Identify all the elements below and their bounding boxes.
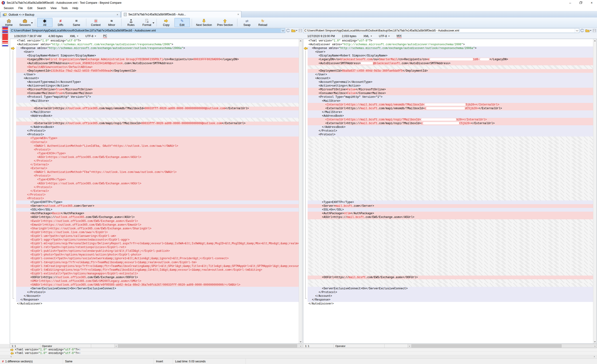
code-line[interactable]: <EcpUrl-extinstall>?path=/options/manage… bbox=[16, 272, 299, 276]
code-line[interactable]: <EmwsUrl>https://outlook.office365.com/E… bbox=[16, 223, 299, 227]
right-format-select[interactable]: XML bbox=[363, 34, 372, 38]
left-reload-file-icon[interactable] bbox=[286, 29, 290, 32]
rules-button[interactable]: Rules bbox=[123, 18, 139, 27]
code-line[interactable]: </Protocol> bbox=[308, 291, 593, 294]
code-line[interactable]: <SSL>On</SSL> bbox=[16, 208, 299, 212]
code-line[interactable]: <MicrosoftOnline>False</MicrosoftOnline> bbox=[308, 88, 593, 91]
context-button[interactable]: Context bbox=[88, 18, 103, 27]
missing-line-placeholder[interactable] bbox=[308, 166, 593, 170]
code-line[interactable]: <EcpUrl-tmEditing>options/ecp/?rfr=olk&a… bbox=[16, 268, 299, 272]
right-encoding-select[interactable]: UTF-8 bbox=[379, 34, 390, 38]
code-line[interactable]: <?xml version="1.0" encoding="utf-8"?> bbox=[308, 39, 593, 43]
missing-line-placeholder[interactable] bbox=[308, 155, 593, 159]
missing-line-placeholder[interactable] bbox=[308, 249, 593, 253]
code-line[interactable]: <ExternalUrl>https://mail.bcsft.com/mapi… bbox=[308, 122, 593, 125]
code-line[interactable]: <Protocol> bbox=[16, 197, 299, 200]
left-editor-pane[interactable]: <?xml version="1.0" encoding="utf-8"?><A… bbox=[10, 39, 302, 344]
code-line[interactable]: <EcpUrl>https://outlook.live.com/owa/</E… bbox=[16, 230, 299, 234]
code-line[interactable]: <AutoDiscoverSMTPAddress>outlook_05B9E51… bbox=[16, 62, 299, 65]
code-line[interactable]: <Protocol Type="mapiHttp" Version="1"> bbox=[16, 95, 299, 99]
code-line[interactable]: <SharingUrl>https://outlook.office365.co… bbox=[16, 227, 299, 230]
missing-line-placeholder[interactable] bbox=[308, 65, 593, 69]
menu-item-tools[interactable]: Tools bbox=[59, 6, 70, 10]
code-line[interactable]: <User> bbox=[308, 50, 593, 54]
missing-line-placeholder[interactable] bbox=[308, 170, 593, 174]
code-line[interactable]: </Response> bbox=[308, 298, 593, 302]
missing-line-placeholder[interactable] bbox=[308, 185, 593, 189]
code-line[interactable]: <OWAUrl AuthenticationMethod="Fba">https… bbox=[16, 170, 299, 174]
menu-item-edit[interactable]: Edit bbox=[25, 6, 35, 10]
code-line[interactable]: <AuthPackage>Basic</AuthPackage> bbox=[16, 212, 299, 215]
code-line[interactable]: </MailStore> bbox=[16, 110, 299, 114]
all-button[interactable]: ∗All bbox=[37, 18, 53, 27]
code-line[interactable]: <ExternalUrl>https://outlook.office365.c… bbox=[16, 122, 299, 125]
close-button[interactable]: × bbox=[586, 0, 597, 5]
code-line[interactable]: <OWAUrl AuthenticationMethod="LiveIdFba,… bbox=[16, 144, 299, 148]
edit-button[interactable]: ✎Edit bbox=[174, 18, 190, 27]
code-line[interactable]: <EcpUrl-ret>?path=/options/retentionpoli… bbox=[16, 245, 299, 249]
overview-map[interactable] bbox=[2, 26, 8, 47]
code-line[interactable]: <Protocol> bbox=[16, 174, 299, 178]
code-line[interactable]: </Protocol> bbox=[16, 159, 299, 163]
sessions-button[interactable]: Sessions bbox=[17, 18, 33, 27]
code-line[interactable]: <ServerExclusiveConnect>On</ServerExclus… bbox=[16, 287, 299, 291]
left-path-dropdown-icon[interactable] bbox=[281, 28, 285, 33]
code-line[interactable]: <Autodiscover xmlns="http://schemas.micr… bbox=[308, 43, 593, 47]
code-line[interactable]: </Account> bbox=[308, 294, 593, 298]
code-line[interactable]: <ASUrl>https://outlook.office365.com/EWS… bbox=[16, 182, 299, 185]
left-horizontal-scrollbar[interactable]: ‹ › bbox=[115, 344, 302, 348]
code-line[interactable]: <MailStore> bbox=[16, 99, 299, 103]
left-pane-code[interactable]: <?xml version="1.0" encoding="utf-8"?><A… bbox=[16, 39, 299, 343]
code-line[interactable]: <AccountType>email</AccountType> bbox=[16, 80, 299, 84]
right-browse-folder-icon[interactable] bbox=[585, 29, 591, 32]
code-line[interactable]: <ExternalUrl>https://mail.bcsft.com/mapi… bbox=[308, 107, 593, 110]
tab-close-icon[interactable]: × bbox=[237, 13, 239, 16]
missing-line-placeholder[interactable] bbox=[308, 159, 593, 163]
code-line[interactable]: <Action>settings</Action> bbox=[16, 84, 299, 88]
code-line[interactable]: <EcpUrl-tmCreating>options/ecp/?rfr=olk&… bbox=[16, 264, 299, 268]
reload-button[interactable]: ↻Reload bbox=[255, 18, 270, 27]
code-line[interactable]: <LegacyDN>/o=First Organization/ou=Excha… bbox=[16, 58, 299, 61]
code-line[interactable]: </Account> bbox=[16, 294, 299, 298]
code-line[interactable]: </Autodiscover> bbox=[308, 302, 593, 306]
code-line[interactable]: <AutoDiscoverSMTPAddress>@blackcastlesof… bbox=[308, 62, 593, 65]
same-button[interactable]: =Same bbox=[69, 18, 84, 27]
menu-item-search[interactable]: Search bbox=[35, 6, 48, 10]
code-line[interactable]: <MailStore> bbox=[308, 99, 593, 103]
code-line[interactable]: </Protocol> bbox=[16, 291, 299, 294]
menu-item-file[interactable]: File bbox=[16, 6, 25, 10]
scroll-left-icon[interactable]: ‹ bbox=[10, 355, 12, 358]
left-path-combobox[interactable]: C:\Users\Robert Simpson\AppData\Local\Mi… bbox=[10, 28, 285, 33]
scroll-up-icon[interactable] bbox=[593, 39, 597, 42]
missing-line-placeholder[interactable] bbox=[308, 193, 593, 197]
scroll-right-icon[interactable]: › bbox=[299, 344, 302, 348]
code-line[interactable]: <DeploymentId>1319c81a-79a2-4a22-b833-fb… bbox=[16, 69, 299, 73]
code-line[interactable]: <EcpUrl-um>?path=/options/callanswering<… bbox=[16, 234, 299, 238]
right-vertical-scrollbar[interactable] bbox=[593, 39, 597, 343]
missing-line-placeholder[interactable] bbox=[308, 242, 593, 245]
code-line[interactable]: <Autodiscover xmlns="http://schemas.micr… bbox=[16, 43, 299, 47]
missing-line-placeholder[interactable] bbox=[308, 272, 593, 276]
missing-line-placeholder[interactable] bbox=[308, 182, 593, 185]
scroll-thumb[interactable] bbox=[118, 344, 297, 348]
code-line[interactable]: <AddressBook> bbox=[16, 114, 299, 118]
right-path-combobox[interactable]: C:\Users\Robert Simpson\AppData\Local\Mi… bbox=[303, 28, 579, 33]
code-line[interactable]: <ConsumerMailbox>False</ConsumerMailbox> bbox=[308, 91, 593, 95]
code-line[interactable]: <External> bbox=[16, 166, 299, 170]
code-line[interactable]: <SSL>On</SSL> bbox=[308, 208, 593, 212]
scroll-thumb[interactable] bbox=[411, 344, 562, 348]
missing-line-placeholder[interactable] bbox=[308, 230, 593, 234]
menu-item-view[interactable]: View bbox=[48, 6, 59, 10]
right-reload-file-icon[interactable] bbox=[581, 29, 584, 32]
missing-line-placeholder[interactable] bbox=[308, 144, 593, 148]
code-line[interactable]: </AddressBook> bbox=[308, 125, 593, 129]
missing-line-placeholder[interactable] bbox=[308, 136, 593, 140]
code-line[interactable]: <ASUrl>https://outlook.office365.com/EWS… bbox=[16, 215, 299, 219]
menu-item-help[interactable]: Help bbox=[70, 6, 81, 10]
code-line[interactable]: <UMUrl>https://outlook.office365.com/EWS… bbox=[16, 279, 299, 283]
code-line[interactable]: <Protocol> bbox=[16, 148, 299, 152]
code-line[interactable]: <DisplayName>Robert Simpson</DisplayName… bbox=[308, 54, 593, 58]
section-left-arrow-icon[interactable] bbox=[304, 47, 308, 50]
code-line[interactable]: <DisplayName>Robert Simpson</DisplayName… bbox=[16, 54, 299, 58]
left-save-icon[interactable] bbox=[299, 29, 302, 32]
